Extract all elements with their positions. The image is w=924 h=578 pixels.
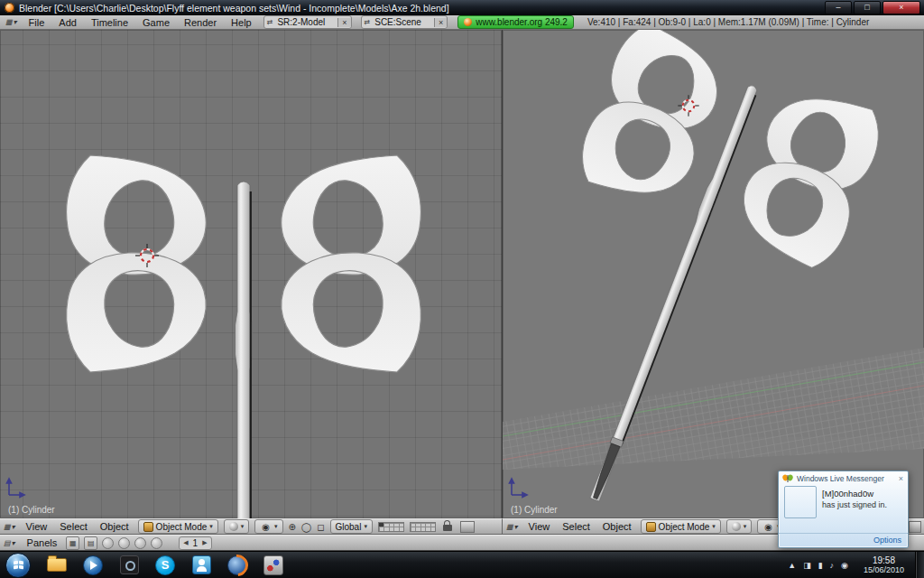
panel-value-stepper[interactable]: ◀ 1 ▶ [179, 536, 211, 550]
render-preview-icon[interactable] [460, 521, 475, 533]
layer-buttons-block[interactable] [378, 522, 404, 532]
viewport-perspective-canvas[interactable]: (1) Cylinder [502, 30, 924, 518]
tray-icon[interactable]: ◉ [841, 561, 848, 570]
chevron-down-icon: ▾ [14, 18, 17, 26]
window-controls: – □ × [825, 1, 920, 14]
screen-selector-close-icon[interactable]: × [337, 18, 350, 27]
clock-time: 19:58 [873, 555, 895, 565]
render-preview-icon[interactable] [909, 521, 921, 533]
screen-selector[interactable]: ⇄ SR:2-Model × [263, 15, 352, 29]
translate-manipulator-icon[interactable]: ⊕ [287, 522, 298, 532]
chevron-down-icon: ▾ [274, 523, 278, 530]
editor-type-button[interactable]: ▤ ▾ [0, 539, 19, 547]
tray-icon[interactable]: ♪ [830, 561, 835, 570]
editor-type-button[interactable]: ▦ ▾ [0, 523, 19, 531]
taskbar-firefox-icon[interactable] [224, 554, 251, 577]
messenger-body: [M]00nhad0w has just signed in. [779, 484, 908, 533]
hidden-icons-arrow[interactable]: ▲ [788, 561, 796, 570]
object-context-button[interactable] [118, 537, 130, 549]
menu-render[interactable]: Render [178, 17, 223, 28]
scale-manipulator-icon[interactable]: ◻ [315, 522, 326, 532]
draw-type-dropdown[interactable]: ▾ [726, 519, 753, 534]
scene-context-button[interactable] [151, 537, 162, 549]
sphere-icon [732, 522, 741, 531]
lock-icon[interactable] [443, 525, 452, 531]
chevron-down-icon: ▾ [12, 539, 15, 547]
show-desktop-button[interactable] [915, 552, 924, 578]
mini-axis-icon [508, 477, 530, 499]
window-title: Blender [C:\Users\Charlie\Desktop\Flyff … [19, 3, 825, 14]
view-menu[interactable]: View [523, 521, 556, 532]
object-menu[interactable]: Object [597, 521, 637, 532]
menu-file[interactable]: File [23, 17, 51, 28]
pivot-dropdown[interactable]: ◉ ▾ [254, 519, 282, 534]
scene-selector[interactable]: ⇄ SCE:Scene × [361, 15, 448, 29]
menu-timeline[interactable]: Timeline [85, 17, 134, 28]
editor-type-button[interactable]: ▦ ▾ [503, 523, 522, 531]
menu-add[interactable]: Add [52, 17, 83, 28]
select-menu[interactable]: Select [54, 521, 93, 532]
panels-menu[interactable]: Panels [22, 537, 63, 548]
desktop-screen: Blender [C:\Users\Charlie\Desktop\Flyff … [0, 0, 924, 578]
taskbar-explorer-icon[interactable] [43, 554, 70, 577]
person-icon [192, 555, 211, 574]
active-object-label: (1) Cylinder [8, 505, 55, 515]
messenger-close-icon[interactable]: × [899, 474, 903, 483]
menu-game[interactable]: Game [136, 17, 176, 28]
object-menu[interactable]: Object [95, 521, 134, 532]
mode-dropdown[interactable]: Object Mode ▾ [641, 519, 721, 534]
taskbar-media-player-icon[interactable] [79, 554, 106, 577]
script-context-button[interactable]: ▤ [84, 536, 97, 550]
tray-icon[interactable]: ◨ [803, 561, 811, 570]
folder-icon [47, 558, 67, 572]
select-menu[interactable]: Select [557, 521, 596, 532]
scene-selector-close-icon[interactable]: × [434, 18, 447, 27]
screen-selector-value: SR:2-Model [275, 17, 337, 27]
grid-icon: ▦ [5, 18, 13, 26]
chevron-down-icon: ▾ [241, 523, 245, 530]
rotate-manipulator-icon[interactable]: ◯ [300, 522, 313, 532]
viewport-front-canvas[interactable]: (1) Cylinder [0, 30, 502, 518]
view-menu[interactable]: View [21, 521, 53, 532]
mode-dropdown[interactable]: Object Mode ▾ [138, 519, 218, 534]
clock-date: 15/06/2010 [864, 565, 904, 575]
options-link[interactable]: Options [873, 536, 901, 545]
tray-icon[interactable]: ▮ [818, 561, 823, 570]
mode-label: Object Mode [156, 522, 208, 532]
scene-stats: Ve:410 | Fa:424 | Ob:9-0 | La:0 | Mem:1.… [587, 17, 869, 27]
shading-context-button[interactable] [102, 537, 114, 549]
blender-logo-icon [464, 18, 472, 26]
taskbar-clock[interactable]: 19:58 15/06/2010 [855, 555, 912, 575]
transform-orientation-dropdown[interactable]: Global ▾ [330, 519, 373, 534]
blender-version-button[interactable]: www.blender.org 249.2 [457, 15, 574, 29]
ground-grid [503, 348, 924, 470]
window-type-button[interactable]: ▦ ▾ [2, 18, 21, 26]
blender-app-icon [5, 3, 14, 13]
close-button[interactable]: × [882, 1, 920, 14]
orientation-label: Global [336, 522, 362, 532]
taskbar-paint-app-icon[interactable] [260, 554, 287, 577]
swap-arrows-icon: ⇄ [264, 18, 276, 26]
editing-context-button[interactable] [134, 537, 146, 549]
stepper-right-arrow-icon[interactable]: ▶ [202, 539, 207, 546]
draw-type-dropdown[interactable]: ▾ [224, 519, 250, 534]
mode-label: Object Mode [659, 522, 710, 532]
stepper-value: 1 [193, 538, 199, 548]
hgrid-icon: ▤ [4, 539, 11, 547]
minimize-button[interactable]: – [825, 1, 852, 14]
taskbar-messenger-icon[interactable] [188, 554, 215, 577]
grid-icon: ▦ [506, 523, 513, 531]
taskbar-skype-icon[interactable]: S [152, 554, 179, 577]
taskbar-app-icon-dark[interactable] [116, 554, 143, 577]
axe-object[interactable] [67, 155, 421, 518]
stepper-left-arrow-icon[interactable]: ◀ [183, 539, 188, 546]
object-mode-icon [646, 522, 656, 532]
chevron-down-icon: ▾ [744, 523, 747, 530]
layer-buttons-block[interactable] [410, 522, 436, 532]
mini-axis-icon [5, 477, 27, 499]
logic-context-button[interactable]: ▦ [66, 536, 79, 550]
start-button[interactable] [5, 553, 31, 578]
taskbar: S ▲ ◨ ▮ ♪ ◉ 19:58 15/06/2010 [0, 551, 924, 578]
maximize-button[interactable]: □ [854, 1, 881, 14]
menu-help[interactable]: Help [225, 17, 258, 28]
